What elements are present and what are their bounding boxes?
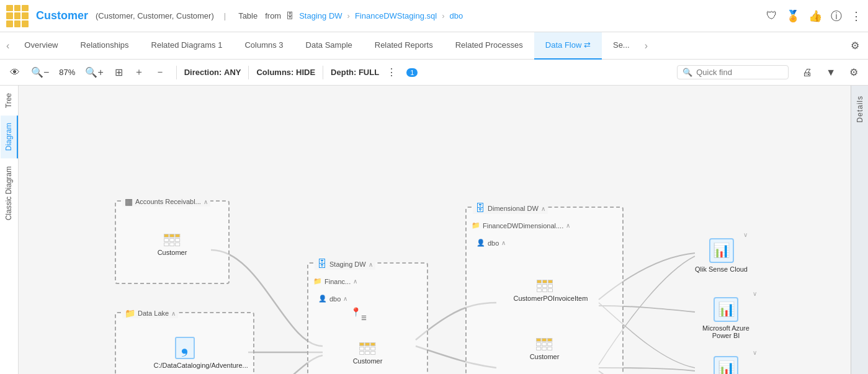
sep4 [323,66,323,79]
collapse-dl[interactable]: ∧ [171,310,176,317]
data-lake-label: 📁 Data Lake ∧ [122,308,178,318]
tab-scroll-left[interactable]: ‹ [2,40,13,51]
entity-name: Customer [36,9,88,22]
shield-icon[interactable]: 🛡 [766,9,777,22]
search-input[interactable] [696,68,783,77]
sep1: | [224,11,226,20]
main-area: Tree Diagram Classic Diagram [0,86,868,374]
more-icon[interactable]: ⋮ [851,9,862,23]
zoom-out-icon[interactable]: 🔍− [27,64,53,81]
azure-node[interactable]: ∨ 📊 Microsoft Azure Power BI [695,290,757,339]
tab-se[interactable]: Se... [602,32,641,60]
app-logo [6,5,29,27]
search-icon: 🔍 [682,68,692,77]
right-panel: Details [851,86,868,374]
diagram-canvas[interactable]: ▦ Accounts Receivabl... ∧ Customer [19,86,851,374]
path-dbo[interactable]: dbo [450,11,463,20]
dimensional-dw-label: 🗄 Dimensional DW ∧ [473,203,548,214]
sap-node[interactable]: ∨ 📊 SAP BusinessObjects [695,349,757,374]
tab-settings-icon[interactable]: ⚙ [844,40,866,51]
filter-icon[interactable]: ▼ [822,65,839,81]
side-tab-tree[interactable]: Tree [1,86,18,115]
sep2 [176,66,177,79]
sep3 [248,66,249,79]
pin-icon: 📍 [351,307,361,317]
columns-label: Columns: HIDE [256,68,315,77]
ar-customer-node[interactable]: Customer [158,234,187,256]
tab-data-sample[interactable]: Data Sample [295,32,364,60]
depth-label: Depth: FULL [331,68,379,77]
settings-icon[interactable]: ⚙ [846,64,862,81]
side-tab-panel: Tree Diagram Classic Diagram [0,86,19,374]
tab-related-reports[interactable]: Related Reports [364,32,444,60]
search-box[interactable]: 🔍 [677,65,789,79]
dimensional-dw-container: 🗄 Dimensional DW ∧ 📁 FinanceDWDimensiona… [465,207,624,374]
staging-dw-label: 🗄 Staging DW ∧ [315,259,375,270]
tab-related-processes[interactable]: Related Processes [444,32,534,60]
customerpo-label: CustomerPOInvoiceItem [514,295,576,302]
toolbar: 👁 🔍− 87% 🔍+ ⊞ ＋ － Direction: ANY Columns… [0,60,868,86]
arrow1: › [347,11,350,20]
toolbar-right: 🖨 ▼ ⚙ [799,64,862,81]
staging-dw-container: 🗄 Staging DW ∧ 📁 Financ... ∧ 👤 dbo ∧ 📍 ☰ [307,262,428,374]
accounts-receivable-container: ▦ Accounts Receivabl... ∧ Customer [115,200,230,284]
side-tab-diagram[interactable]: Diagram [1,115,18,158]
customerpo-node[interactable]: CustomerPOInvoiceItem [514,280,576,302]
dimensional-customer-label: Customer [530,353,560,360]
zoom-in-icon[interactable]: 🔍+ [81,64,107,81]
tab-bar: ‹ Overview Relationships Related Diagram… [0,32,868,60]
tab-data-flow[interactable]: Data Flow ⇄ [534,32,602,60]
options-badge: 1 [406,68,418,77]
header-actions: 🛡 🏅 👍 ⓘ ⋮ [766,9,862,24]
entity-aliases: (Customer, Customer, Customer) [96,11,214,20]
tab-columns[interactable]: Columns 3 [233,32,294,60]
entity-type: Table [238,11,257,20]
collapse-ar[interactable]: ∧ [204,198,208,205]
tab-scroll-right[interactable]: › [641,40,651,51]
collapse-icon[interactable]: － [151,63,169,81]
tab-overview[interactable]: Overview [13,32,69,60]
header: Customer (Customer, Customer, Customer) … [0,0,868,32]
data-lake-container: 📁 Data Lake ∧ ❟ C:/DataCataloging/Advent… [115,312,254,374]
thumbsup-icon[interactable]: 👍 [808,9,822,23]
ar-customer-label: Customer [158,249,187,256]
qlik-label: Qlik Sense Cloud [695,265,748,273]
info-icon[interactable]: ⓘ [831,9,842,24]
tab-related-diagrams[interactable]: Related Diagrams 1 [140,32,234,60]
more-options-icon[interactable]: ⋮ [383,64,400,81]
direction-label: Direction: ANY [184,68,241,77]
side-tab-classic[interactable]: Classic Diagram [1,159,18,228]
entity-from: from [265,11,281,20]
qlik-node[interactable]: ∨ 📊 Qlik Sense Cloud [695,231,748,273]
expand-icon[interactable]: ＋ [130,63,148,81]
staging-customer-label: Customer [353,357,383,365]
accounts-receivable-label: ▦ Accounts Receivabl... ∧ [122,197,210,207]
path-sql[interactable]: FinanceDWStaging.sql [355,11,437,20]
details-label[interactable]: Details [853,91,867,128]
staging-customer-node[interactable]: Customer [353,342,383,365]
medal-icon[interactable]: 🏅 [786,9,800,23]
menu-icon[interactable]: ☰ [361,314,367,321]
collapse-staging[interactable]: ∧ [369,261,373,268]
eye-icon[interactable]: 👁 [6,65,24,81]
fit-screen-icon[interactable]: ⊞ [111,64,127,81]
tab-relationships[interactable]: Relationships [69,32,140,60]
arrow2: › [442,11,444,20]
print-icon[interactable]: 🖨 [799,65,816,81]
data-lake-file1[interactable]: ❟ C:/DataCataloging/Adventure... [154,337,216,369]
path-staging[interactable]: Staging DW [299,11,342,20]
zoom-level: 87% [56,68,78,77]
db-icon-header: 🗄 [286,11,294,20]
data-lake-file1-label: C:/DataCataloging/Adventure... [154,362,216,369]
azure-label: Microsoft Azure Power BI [695,324,757,339]
dimensional-customer-node[interactable]: Customer [530,338,560,360]
